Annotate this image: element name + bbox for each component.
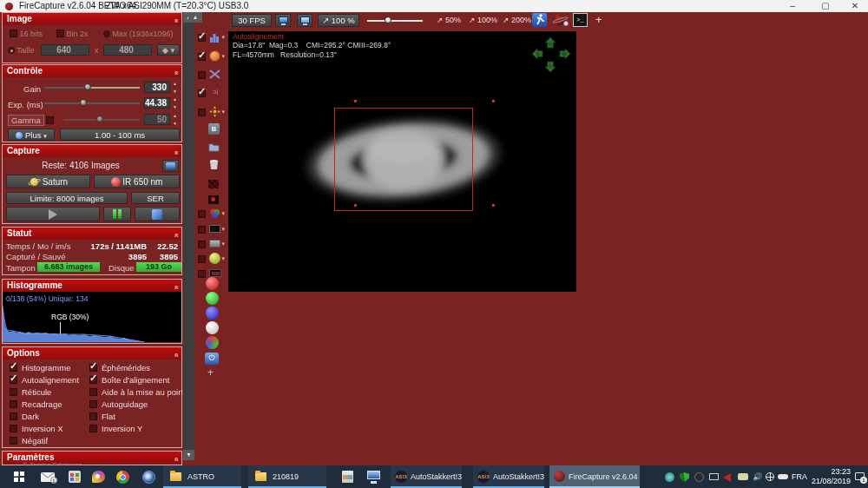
side-black-toggle[interactable]: ▾ [198,221,225,236]
trash-button[interactable] [208,156,220,172]
panel-options-header[interactable]: Options » [3,347,181,359]
stop-save-button[interactable] [135,207,180,221]
collapse-icon[interactable]: » [169,457,181,461]
explorer-astro-button[interactable]: ASTRO [163,465,241,488]
snapshot-camera-button[interactable] [162,160,179,172]
store-button[interactable] [62,465,87,488]
gamma-value[interactable]: 50 [144,114,170,125]
exposure-range-button[interactable]: 1.00 - 100 ms [60,129,180,141]
panel-controle-header[interactable]: Contrôle » [3,65,181,77]
height-field[interactable]: 480 [103,44,152,56]
option-negatif[interactable]: Négatif [10,436,48,445]
terminal-button[interactable]: >_ [573,13,588,27]
option-inversion-x[interactable]: Inversion X [10,424,63,433]
action-center-button[interactable]: 1 [854,465,868,488]
fps-button[interactable]: 30 FPS [232,14,272,27]
preview-monitor-icon[interactable] [275,14,291,27]
language-indicator[interactable]: FRA [792,465,811,488]
play-button[interactable] [6,207,100,221]
gamma-slider[interactable] [63,115,140,123]
format-ser-button[interactable]: SER [131,192,180,204]
side-rgb-toggle[interactable]: ▾ [198,205,225,221]
tray-gpu-icon[interactable] [721,465,733,488]
option-flat[interactable]: Flat [89,412,115,421]
target-saturn-button[interactable]: Saturn [6,175,90,188]
zoom-50-button[interactable]: ↗ 50% [437,16,461,24]
planetarium-button[interactable] [137,465,161,488]
side-autoguide-toggle[interactable]: ▾ [198,103,225,119]
clock[interactable]: 23:23 21/08/2019 [812,465,851,488]
option-histogramme[interactable]: Histogramme [10,363,71,373]
zoom-100-button[interactable]: ↗ 100% [469,16,497,24]
resolution-dropdown[interactable]: ◆ ▾ [157,44,180,56]
red-channel-button[interactable] [206,275,219,291]
paint3d-button[interactable] [87,465,111,488]
side-sphere-toggle[interactable]: ▾ [198,250,225,266]
option-reticule[interactable]: Réticule [10,387,51,397]
gain-spinner[interactable] [173,82,181,93]
panel-image-header[interactable]: Image » [3,13,181,25]
exposure-value[interactable]: 44.38 [144,97,170,109]
autostakkert-button-2[interactable]: AS!3 AutoStakkert!3 [473,465,544,488]
zoom-200-button[interactable]: ↗ 200% [503,16,531,24]
checkbox-bin2x[interactable]: Bin 2x [56,30,89,38]
pause-button[interactable] [103,207,131,221]
red-image-button[interactable] [208,175,219,191]
option-ephemerides[interactable]: Éphémérides [89,363,150,373]
add-tool-button[interactable]: + [207,366,214,379]
panel-statut-header[interactable]: Statut » [3,228,181,240]
option-inversion-y[interactable]: Inversion Y [89,424,142,433]
tray-volume-icon[interactable]: 🔊 [752,465,764,488]
camera-preview[interactable]: Autoalignement Dia=17.8" Mag=0.3 CMI=295… [228,31,576,292]
checkbox-16bits[interactable]: 16 bits [10,30,43,38]
radio-max-resolution[interactable]: Max (1936x1096) [103,30,174,38]
fullscreen-monitor-icon[interactable] [297,14,312,27]
tray-defender-icon[interactable] [679,465,691,488]
maximize-button[interactable]: ▢ [814,0,837,12]
collapse-icon[interactable]: » [169,233,181,237]
option-recadrage[interactable]: Recadrage [10,399,62,409]
dark-capture-button[interactable]: B [208,121,220,136]
panel-scrollbar[interactable]: ▲ ▼ [183,12,194,460]
tray-globe-icon[interactable] [765,465,777,488]
plus-dropdown-button[interactable]: Plus ▾ [8,129,55,141]
tray-app-icon[interactable] [694,465,706,488]
radio-taille[interactable]: Taille [8,46,35,55]
zoom-slider[interactable] [367,16,423,24]
tray-camera-icon[interactable] [737,465,750,488]
white-channel-button[interactable] [206,320,219,335]
firecapture-planet-button[interactable] [552,13,569,27]
minimize-button[interactable]: – [781,0,804,12]
computer-button[interactable] [363,465,385,488]
side-align-toggle[interactable]: ▾ [198,48,225,63]
start-button[interactable] [7,465,33,488]
side-crosshair-toggle[interactable] [198,66,220,82]
gamma-checkbox[interactable] [46,116,54,124]
width-field[interactable]: 640 [41,44,89,56]
side-grey-toggle[interactable]: ▾ [198,235,225,251]
filter-button[interactable]: IR 650 nm [94,175,180,188]
close-button[interactable]: ✕ [844,0,866,12]
gain-value[interactable]: 330 [144,82,170,93]
collapse-icon[interactable]: » [169,150,181,155]
add-tab-button[interactable]: + [595,13,602,27]
autostakkert-button-1[interactable]: AS!3 AutoStakkert!3 [391,465,462,488]
option-autoguidage[interactable]: Autoguidage [89,399,148,409]
panel-histogramme-header[interactable]: Histogramme » [3,280,181,292]
exposure-slider[interactable] [44,99,140,107]
option-autoalignement[interactable]: Autoalignement [10,375,79,385]
photos-button[interactable] [337,465,359,488]
gamma-spinner[interactable] [173,114,181,125]
tray-onedrive-icon[interactable] [778,465,790,488]
collapse-icon[interactable]: » [169,18,181,23]
tray-network-app-icon[interactable] [664,465,676,488]
scroll-down-icon[interactable]: ▼ [183,450,194,460]
autorun-button[interactable] [532,13,547,27]
mail-button[interactable]: 1 [35,465,61,488]
toolbar-scroll-up[interactable]: ▲ [188,12,202,23]
compass-arrows[interactable]: N E W S [530,36,572,74]
limit-button[interactable]: Limite: 8000 images [6,192,128,204]
gamma-button[interactable]: Gamma [8,115,44,126]
exposure-spinner[interactable] [173,97,181,109]
zoom-level-button[interactable]: ↗ 100 % [318,14,359,27]
